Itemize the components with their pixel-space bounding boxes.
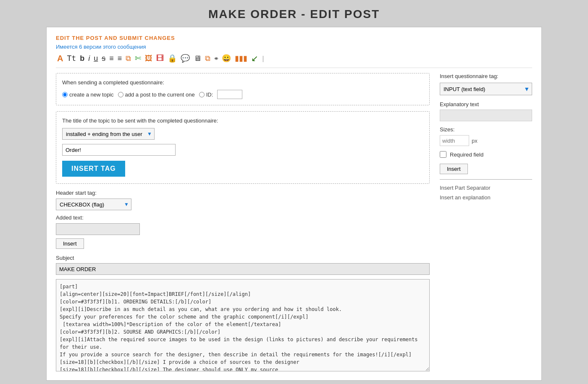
radio-new-topic-label: create a new topic (69, 91, 114, 98)
order-input[interactable] (62, 144, 176, 156)
left-panel: When sending a completed questionnaire: … (56, 73, 430, 373)
radio-id-input[interactable] (199, 92, 205, 97)
explanatory-label: Explanatory text (440, 101, 532, 107)
subject-label: Subject (56, 255, 430, 261)
questionnaire-tag-label: Insert questionnaire tag: (440, 73, 532, 79)
added-text-label: Added text: (56, 214, 430, 221)
required-checkbox[interactable] (440, 151, 446, 158)
editor-toolbar: A Tt b i u s ≡ ≡ ⧉ ✄ 🖼 🎞 🔒 💬 🖥 ⧉ ⧞ 😀 ▮▮▮… (56, 53, 532, 68)
header-section: Header start tag: CHECKBOX (flag) INPUT … (56, 190, 430, 249)
insert-part-separator-link[interactable]: Insert Part Separator (440, 185, 532, 191)
header-start-tag-dropdown[interactable]: CHECKBOX (flag) INPUT (text field) SELEC… (56, 199, 131, 210)
insert-tag-button[interactable]: INSERT TAG (62, 161, 125, 177)
toolbar-btn-tt[interactable]: Tt (66, 54, 77, 63)
toolbar-btn-grid1[interactable]: ⧉ (204, 54, 212, 63)
questionnaire-radio-group: create a new topic add a post to the cur… (62, 90, 423, 99)
divider (440, 179, 532, 180)
toolbar-btn-strikethrough[interactable]: s (100, 54, 107, 63)
toolbar-btn-lock[interactable]: 🔒 (166, 54, 178, 63)
topic-title-section: The title of the topic to be sent with t… (56, 111, 430, 184)
subject-section: Subject (56, 255, 430, 275)
page-title: MAKE ORDER - EDIT POST (0, 0, 588, 27)
added-text-input[interactable] (56, 223, 140, 235)
questionnaire-tag-dropdown[interactable]: INPUT (text field) CHECKBOX (flag) SELEC… (440, 83, 532, 95)
questionnaire-section: When sending a completed questionnaire: … (56, 73, 430, 105)
radio-id[interactable]: ID: (199, 91, 213, 98)
header-start-tag-label: Header start tag: (56, 190, 430, 196)
toolbar-btn-video[interactable]: 🎞 (155, 54, 165, 63)
subject-input[interactable] (56, 263, 430, 275)
version-info: Имеется 6 версии этого сообщения (56, 44, 532, 50)
explanatory-input[interactable] (440, 110, 532, 121)
toolbar-btn-link[interactable]: ⧉ (124, 54, 132, 63)
edit-title: EDIT THE POST AND SUBMIT CHANGES (56, 35, 532, 41)
toolbar-btn-cut[interactable]: ✄ (134, 54, 142, 63)
radio-new-topic[interactable]: create a new topic (62, 91, 114, 98)
toolbar-btn-comment[interactable]: 💬 (179, 54, 191, 63)
toolbar-btn-align-left[interactable]: ≡ (108, 54, 115, 63)
radio-add-post-input[interactable] (118, 92, 123, 97)
right-panel: Insert questionnaire tag: INPUT (text fi… (440, 73, 532, 373)
insert-explanation-link[interactable]: Insert an explanation (440, 194, 532, 201)
toolbar-btn-cursor[interactable]: ↙ (250, 53, 260, 63)
width-input[interactable] (440, 135, 469, 146)
topic-title-label: The title of the topic to be sent with t… (62, 118, 423, 124)
required-field-label: Required field (450, 152, 483, 158)
toolbar-btn-italic[interactable]: i (87, 54, 91, 63)
toolbar-btn-monitor[interactable]: 🖥 (192, 54, 202, 63)
radio-add-post[interactable]: add a post to the current one (118, 91, 195, 98)
px-label: px (472, 138, 478, 144)
topic-title-dropdown[interactable]: installed + ending from the user custom … (62, 128, 155, 140)
toolbar-btn-special[interactable]: ▮▮▮ (234, 54, 249, 63)
toolbar-btn-bold[interactable]: b (79, 54, 86, 63)
radio-add-post-label: add a post to the current one (125, 91, 195, 98)
questionnaire-label: When sending a completed questionnaire: (62, 79, 423, 86)
questionnaire-tag-dropdown-wrapper: INPUT (text field) CHECKBOX (flag) SELEC… (440, 83, 532, 95)
sizes-row: px (440, 135, 532, 146)
header-start-tag-dropdown-wrapper: CHECKBOX (flag) INPUT (text field) SELEC… (56, 199, 131, 210)
id-input-field[interactable] (217, 90, 242, 99)
toolbar-btn-underline[interactable]: u (92, 54, 99, 63)
radio-new-topic-input[interactable] (62, 92, 68, 97)
toolbar-btn-a[interactable]: A (56, 53, 64, 63)
toolbar-btn-emoji[interactable]: 😀 (220, 54, 232, 63)
toolbar-btn-pipe: | (261, 54, 265, 63)
content-section (56, 279, 430, 373)
toolbar-btn-image[interactable]: 🖼 (144, 54, 154, 63)
insert-header-button[interactable]: Insert (56, 238, 84, 249)
topic-title-dropdown-wrapper: installed + ending from the user custom … (62, 128, 155, 140)
radio-id-label: ID: (206, 91, 213, 98)
content-textarea[interactable] (56, 279, 430, 371)
required-row: Required field (440, 151, 532, 158)
right-insert-button[interactable]: Insert (440, 164, 468, 174)
toolbar-btn-align-right[interactable]: ≡ (116, 54, 123, 63)
sizes-label: Sizes: (440, 126, 532, 133)
toolbar-btn-grid2[interactable]: ⧞ (213, 54, 219, 63)
